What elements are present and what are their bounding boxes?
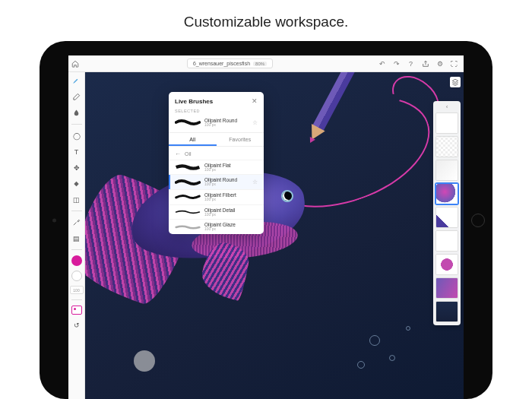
tab-all[interactable]: All xyxy=(169,133,217,146)
brush-size: 100 px xyxy=(204,213,258,217)
library-button[interactable] xyxy=(71,306,82,315)
layer-thumb[interactable] xyxy=(435,207,458,228)
favorite-star-icon[interactable]: ☆ xyxy=(252,119,258,126)
opacity-value[interactable]: 100 xyxy=(70,286,84,294)
layers-collapse-button[interactable]: ‹ xyxy=(435,104,458,110)
selected-brush-row[interactable]: Oilpaint Round100 px ☆ xyxy=(169,116,264,130)
fish-eye-art xyxy=(281,190,293,202)
brush-size: 100 px xyxy=(204,198,258,202)
redo-button[interactable]: ↷ xyxy=(392,59,401,68)
tablet-camera xyxy=(52,218,56,222)
brush-tabs: All Favorites xyxy=(169,132,264,147)
layer-thumb[interactable] xyxy=(435,230,458,252)
top-bar: 6_wrensauer_piscesfish 80% ↶ ↷ ? ⚙ ⛶ xyxy=(68,55,464,72)
bubble-art xyxy=(389,355,395,361)
document-title[interactable]: 6_wrensauer_piscesfish 80% xyxy=(187,59,273,68)
image-tool[interactable]: ▤ xyxy=(71,233,82,244)
secondary-color-swatch[interactable] xyxy=(71,271,82,281)
layer-thumb[interactable] xyxy=(435,160,458,181)
canvas[interactable] xyxy=(85,72,464,399)
bubble-art xyxy=(369,335,380,346)
brush-tool[interactable] xyxy=(71,75,82,87)
tablet-home-button[interactable] xyxy=(471,214,485,227)
brush-row[interactable]: Oilpaint Glaze100 px xyxy=(169,219,264,234)
selection-tool[interactable]: ◫ xyxy=(71,194,82,205)
tablet-frame: 6_wrensauer_piscesfish 80% ↶ ↷ ? ⚙ ⛶ ◯ T… xyxy=(40,41,492,399)
brush-size: 100 px xyxy=(204,123,249,128)
brushes-title: Live Brushes xyxy=(175,98,213,105)
brush-row[interactable]: Oilpaint Detail100 px xyxy=(169,204,264,220)
eraser-tool[interactable] xyxy=(71,91,82,103)
app-screen: 6_wrensauer_piscesfish 80% ↶ ↷ ? ⚙ ⛶ ◯ T… xyxy=(68,55,464,399)
brush-preview-icon xyxy=(175,178,201,187)
bubble-art xyxy=(357,361,365,369)
brush-row-selected[interactable]: Oilpaint Round100 px ☆ xyxy=(169,174,264,189)
undo-button[interactable]: ↶ xyxy=(378,59,386,68)
fullscreen-button[interactable]: ⛶ xyxy=(450,59,458,68)
transform-tool[interactable]: ✥ xyxy=(71,162,82,173)
brush-row[interactable]: Oilpaint Flat100 px xyxy=(169,160,264,175)
favorite-star-icon[interactable]: ☆ xyxy=(252,179,258,185)
help-button[interactable]: ? xyxy=(407,59,415,68)
brush-preview-icon xyxy=(175,207,201,217)
layers-toggle-button[interactable] xyxy=(450,77,461,87)
smudge-tool[interactable] xyxy=(71,107,82,119)
brush-category-row[interactable]: ← Oil xyxy=(169,147,264,160)
shapes-tool[interactable]: ◯ xyxy=(71,130,82,141)
history-button[interactable]: ↺ xyxy=(71,319,82,331)
brush-preview-icon xyxy=(175,223,201,232)
brushes-popover: Live Brushes ✕ SELECTED Oilpaint Round10… xyxy=(169,92,264,234)
selected-section-label: SELECTED xyxy=(169,109,264,116)
brush-preview-icon xyxy=(175,118,201,127)
layer-thumb[interactable] xyxy=(435,277,458,299)
fill-tool[interactable] xyxy=(71,178,82,189)
layer-thumb[interactable] xyxy=(435,301,458,322)
close-icon[interactable]: ✕ xyxy=(252,97,258,105)
brush-row[interactable]: Oilpaint Filbert100 px xyxy=(169,189,264,204)
layers-panel: ‹ xyxy=(433,101,461,325)
settings-button[interactable]: ⚙ xyxy=(435,59,444,68)
share-button[interactable] xyxy=(421,59,429,68)
home-button[interactable] xyxy=(68,60,82,68)
tab-favorites[interactable]: Favorites xyxy=(217,133,264,146)
zoom-level: 80% xyxy=(253,62,267,66)
bubble-art xyxy=(406,326,410,331)
back-arrow-icon: ← xyxy=(175,150,181,157)
layer-thumb[interactable] xyxy=(435,254,458,275)
layer-thumb[interactable] xyxy=(435,136,458,157)
brush-preview-icon xyxy=(175,192,201,201)
brush-size: 100 px xyxy=(204,168,258,173)
left-toolbar: ◯ T ✥ ◫ ▤ 100 ↺ xyxy=(68,72,85,399)
layer-thumb[interactable] xyxy=(435,112,458,134)
text-tool[interactable]: T xyxy=(71,146,82,157)
brush-size: 100 px xyxy=(204,227,258,232)
marketing-caption: Customizable workspace. xyxy=(0,0,532,41)
document-title-text: 6_wrensauer_piscesfish xyxy=(193,61,250,66)
brush-size: 100 px xyxy=(204,182,249,187)
brush-preview-icon xyxy=(175,163,201,172)
category-label: Oil xyxy=(185,151,192,157)
eyedropper-tool[interactable] xyxy=(71,217,82,228)
layer-thumb-selected[interactable] xyxy=(435,183,458,204)
primary-color-swatch[interactable] xyxy=(71,255,82,266)
touch-indicator xyxy=(134,350,155,372)
